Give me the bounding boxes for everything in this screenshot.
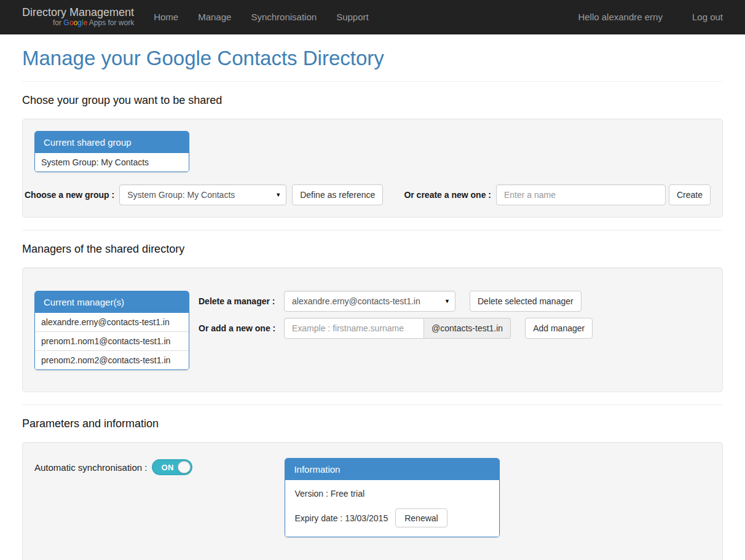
expiry-date-text: Expiry date : 13/03/2015	[294, 513, 388, 523]
nav-item-home[interactable]: Home	[144, 12, 188, 22]
renewal-button[interactable]: Renewal	[395, 508, 447, 527]
information-title: Information	[285, 459, 499, 480]
brand-subtitle: for Google Apps for work	[22, 19, 134, 27]
current-shared-group-item: System Group: My Contacts	[35, 153, 189, 172]
add-manager-input[interactable]	[284, 318, 424, 339]
logout-link[interactable]: Log out	[692, 12, 723, 22]
parameters-section-panel: Automatic synchronisation : ON Informati…	[22, 442, 723, 560]
top-navbar: Directory Management for Google Apps for…	[0, 0, 745, 34]
create-group-label: Or create a new one :	[404, 190, 491, 200]
toggle-on-label: ON	[161, 463, 174, 472]
google-letter: g	[77, 18, 82, 27]
main-nav: Home Manage Synchronisation Support	[144, 12, 379, 22]
nav-item-synchronisation[interactable]: Synchronisation	[241, 12, 326, 22]
delete-manager-select[interactable]: alexandre.erny@contacts-test1.in	[284, 291, 455, 312]
user-greeting: Hello alexandre erny	[578, 12, 663, 22]
add-manager-button[interactable]: Add manager	[525, 318, 593, 339]
parameters-section-heading: Parameters and information	[22, 417, 723, 430]
auto-sync-toggle[interactable]: ON	[152, 459, 192, 475]
page-title: Manage your Google Contacts Directory	[22, 47, 723, 70]
group-section-panel: Current shared group System Group: My Co…	[22, 119, 723, 218]
google-wordmark: Google	[63, 18, 87, 27]
brand-sub-suffix: Apps for work	[87, 18, 134, 27]
current-shared-group-title: Current shared group	[35, 132, 189, 153]
auto-sync-label: Automatic synchronisation :	[34, 462, 147, 473]
brand-logo[interactable]: Directory Management for Google Apps for…	[22, 7, 134, 28]
google-letter: G	[63, 18, 69, 27]
current-managers-title: Current manager(s)	[35, 291, 189, 313]
current-shared-group-panel: Current shared group System Group: My Co…	[34, 131, 189, 172]
delete-manager-button[interactable]: Delete selected manager	[470, 291, 581, 312]
nav-item-support[interactable]: Support	[326, 12, 379, 22]
managers-section-heading: Managers of the shared directory	[22, 243, 723, 256]
managers-section-panel: Current manager(s) alexandre.erny@contac…	[22, 267, 723, 392]
manager-list-item: alexandre.erny@contacts-test1.in	[35, 313, 189, 331]
create-group-button[interactable]: Create	[669, 184, 711, 205]
define-reference-button[interactable]: Define as reference	[292, 184, 383, 205]
version-text: Version : Free trial	[294, 489, 490, 499]
new-group-select[interactable]: System Group: My Contacts	[119, 184, 286, 205]
chevron-down-icon: alexandre.erny@contacts-test1.in	[284, 291, 455, 312]
section-divider	[22, 81, 723, 82]
information-panel: Information Version : Free trial Expiry …	[285, 458, 500, 537]
section-divider	[22, 230, 723, 231]
toggle-knob[interactable]	[178, 461, 191, 473]
nav-item-manage[interactable]: Manage	[188, 12, 241, 22]
choose-group-label: Choose a new group :	[25, 190, 114, 200]
new-group-name-input[interactable]	[496, 184, 666, 205]
section-divider	[22, 404, 723, 405]
manager-list-item: prenom1.nom1@contacts-test1.in	[35, 331, 189, 350]
brand-title: Directory Management	[22, 7, 134, 19]
group-section-heading: Chose your group you want to be shared	[22, 94, 723, 107]
delete-manager-label: Delete a manager :	[199, 296, 280, 306]
brand-sub-prefix: for	[53, 18, 61, 27]
domain-addon: @contacts-test1.in	[424, 318, 511, 339]
manager-list-item: prenom2.nom2@contacts-test1.in	[35, 350, 189, 369]
current-managers-panel: Current manager(s) alexandre.erny@contac…	[34, 291, 189, 370]
chevron-down-icon: System Group: My Contacts	[119, 184, 286, 205]
add-manager-label: Or add a new one :	[199, 323, 280, 333]
